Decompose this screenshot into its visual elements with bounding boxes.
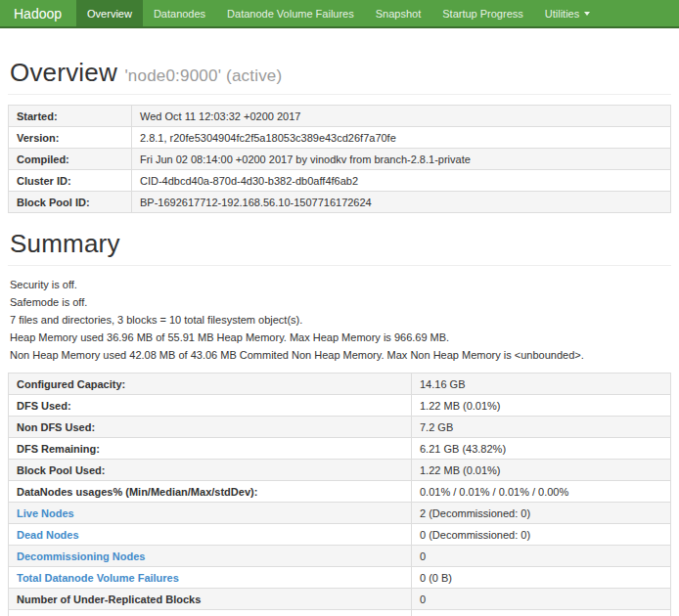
row-value: 1.22 MB (0.01%) bbox=[412, 395, 671, 417]
dead-nodes-link[interactable]: Dead Nodes bbox=[17, 529, 79, 541]
row-label: DFS Remaining: bbox=[9, 438, 412, 460]
navbar-brand-hadoop[interactable]: Hadoop bbox=[0, 0, 76, 26]
row-label: Number of Under-Replicated Blocks bbox=[9, 589, 412, 610]
row-value: 0.01% / 0.01% / 0.01% / 0.00% bbox=[412, 481, 671, 503]
row-value: 0 bbox=[412, 610, 671, 616]
row-value: BP-1692617712-192.168.56.10-150771617262… bbox=[132, 192, 671, 213]
page-content: Overview 'node0:9000' (active) Started: … bbox=[0, 58, 679, 616]
overview-heading-text: Overview bbox=[10, 58, 117, 87]
table-row: Started: Wed Oct 11 12:03:32 +0200 2017 bbox=[9, 106, 671, 127]
row-value: 0 (0 B) bbox=[412, 567, 671, 589]
safemode-status: Safemode is off. bbox=[10, 297, 671, 308]
table-row: Dead Nodes 0 (Decommissioned: 0) bbox=[9, 524, 671, 546]
row-label: DataNodes usages% (Min/Median/Max/stdDev… bbox=[9, 481, 412, 503]
row-value: 2.8.1, r20fe5304904fc2f5a18053c389e43cd2… bbox=[132, 127, 671, 149]
caret-down-icon bbox=[584, 12, 590, 16]
navbar: Hadoop Overview Datanodes Datanode Volum… bbox=[0, 0, 679, 28]
nav-item-utilities[interactable]: Utilities bbox=[534, 0, 601, 26]
total-datanode-volume-failures-link[interactable]: Total Datanode Volume Failures bbox=[17, 572, 179, 584]
table-row: Number of Under-Replicated Blocks 0 bbox=[9, 589, 671, 610]
row-label: Started: bbox=[9, 106, 132, 127]
heap-memory-status: Heap Memory used 36.96 MB of 55.91 MB He… bbox=[10, 332, 671, 343]
table-row: DFS Used: 1.22 MB (0.01%) bbox=[9, 395, 671, 417]
nav-item-snapshot[interactable]: Snapshot bbox=[365, 0, 431, 26]
row-label: Block Pool Used: bbox=[9, 460, 412, 481]
security-status: Security is off. bbox=[10, 280, 671, 290]
summary-status-text: Security is off. Safemode is off. 7 file… bbox=[8, 280, 671, 361]
row-value: Fri Jun 02 08:14:00 +0200 2017 by vinodk… bbox=[132, 149, 671, 170]
row-label: Block Pool ID: bbox=[9, 192, 132, 213]
table-row: Live Nodes 2 (Decommissioned: 0) bbox=[9, 503, 671, 524]
summary-title: Summary bbox=[10, 229, 671, 259]
nav-item-startup-progress[interactable]: Startup Progress bbox=[431, 0, 534, 26]
table-row: Non DFS Used: 7.2 GB bbox=[9, 417, 671, 438]
row-value: 0 bbox=[412, 546, 671, 567]
row-value: 2 (Decommissioned: 0) bbox=[412, 503, 671, 524]
decommissioning-nodes-link[interactable]: Decommissioning Nodes bbox=[17, 550, 145, 562]
nav-item-overview[interactable]: Overview bbox=[76, 0, 143, 26]
non-heap-memory-status: Non Heap Memory used 42.08 MB of 43.06 M… bbox=[10, 350, 671, 361]
table-row: Cluster ID: CID-4dbcd40a-870d-4d30-b382-… bbox=[9, 170, 671, 192]
row-value: 0 bbox=[412, 589, 671, 610]
namenode-address-label: 'node0:9000' (active) bbox=[124, 66, 282, 85]
divider bbox=[8, 94, 671, 95]
table-row: Block Pool ID: BP-1692617712-192.168.56.… bbox=[9, 192, 671, 213]
row-value: Wed Oct 11 12:03:32 +0200 2017 bbox=[132, 106, 671, 127]
row-value: 1.22 MB (0.01%) bbox=[412, 460, 671, 481]
nav-item-datanodes[interactable]: Datanodes bbox=[143, 0, 216, 26]
table-row: Version: 2.8.1, r20fe5304904fc2f5a18053c… bbox=[9, 127, 671, 149]
row-value: 0 (Decommissioned: 0) bbox=[412, 524, 671, 546]
row-value: CID-4dbcd40a-870d-4d30-b382-db0aff4f6ab2 bbox=[132, 170, 671, 192]
overview-title: Overview 'node0:9000' (active) bbox=[10, 58, 671, 88]
overview-table: Started: Wed Oct 11 12:03:32 +0200 2017 … bbox=[8, 105, 671, 213]
table-row: Decommissioning Nodes 0 bbox=[9, 546, 671, 567]
table-row: Configured Capacity: 14.16 GB bbox=[9, 374, 671, 395]
table-row: Total Datanode Volume Failures 0 (0 B) bbox=[9, 567, 671, 589]
summary-table: Configured Capacity: 14.16 GB DFS Used: … bbox=[8, 373, 671, 616]
table-row: Block Pool Used: 1.22 MB (0.01%) bbox=[9, 460, 671, 481]
live-nodes-link[interactable]: Live Nodes bbox=[17, 507, 74, 519]
nav-item-datanode-volume-failures[interactable]: Datanode Volume Failures bbox=[216, 0, 365, 26]
row-label: Configured Capacity: bbox=[9, 374, 412, 395]
divider bbox=[8, 265, 671, 266]
table-row: Compiled: Fri Jun 02 08:14:00 +0200 2017… bbox=[9, 149, 671, 170]
table-row: DFS Remaining: 6.21 GB (43.82%) bbox=[9, 438, 671, 460]
row-label: Version: bbox=[9, 127, 132, 149]
row-label: Cluster ID: bbox=[9, 170, 132, 192]
row-label: Compiled: bbox=[9, 149, 132, 170]
row-value: 6.21 GB (43.82%) bbox=[412, 438, 671, 460]
row-label: Number of Blocks Pending Deletion bbox=[9, 610, 412, 616]
table-row: Number of Blocks Pending Deletion 0 bbox=[9, 610, 671, 616]
table-row: DataNodes usages% (Min/Median/Max/stdDev… bbox=[9, 481, 671, 503]
row-value: 14.16 GB bbox=[412, 374, 671, 395]
filesystem-objects-status: 7 files and directories, 3 blocks = 10 t… bbox=[10, 315, 671, 326]
nav-item-utilities-label: Utilities bbox=[545, 8, 579, 20]
row-value: 7.2 GB bbox=[412, 417, 671, 438]
row-label: DFS Used: bbox=[9, 395, 412, 417]
row-label: Non DFS Used: bbox=[9, 417, 412, 438]
